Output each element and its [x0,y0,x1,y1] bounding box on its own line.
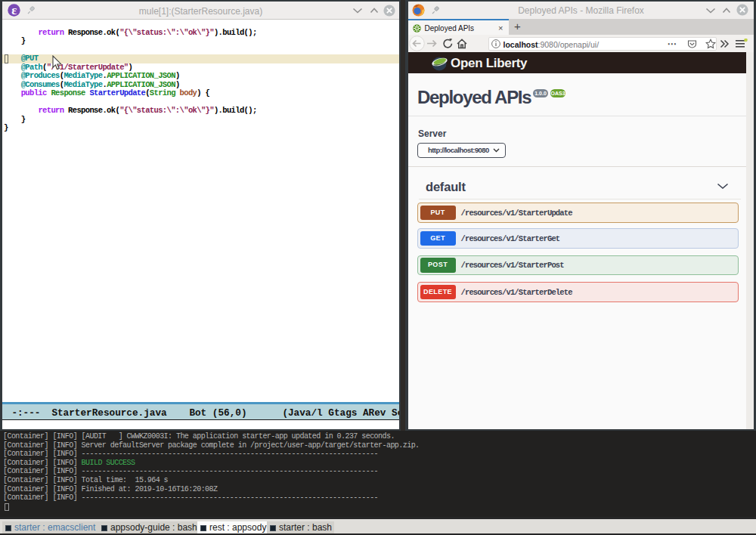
svg-text:ε: ε [11,4,17,17]
